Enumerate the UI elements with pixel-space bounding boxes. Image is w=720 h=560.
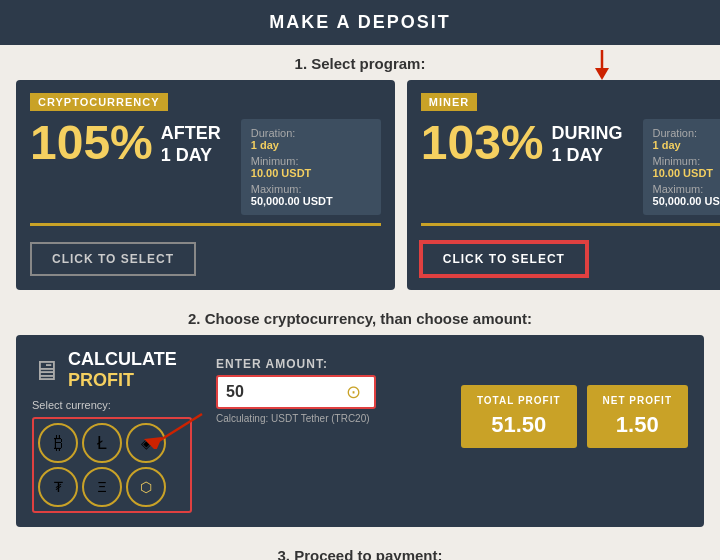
program-percent-crypto: 105% bbox=[30, 119, 153, 167]
step3-label: 3. Proceed to payment: bbox=[0, 537, 720, 560]
calculating-label: Calculating: USDT Tether (TRC20) bbox=[216, 413, 449, 424]
currency-btn-usdt[interactable]: ₮ bbox=[38, 467, 78, 507]
total-profit-value: 51.50 bbox=[477, 412, 561, 438]
program-card-crypto: CRYPTOCURRENCY 105% AFTER 1 DAY Duration… bbox=[16, 80, 395, 290]
divider-miner bbox=[421, 223, 720, 226]
svg-line-2 bbox=[154, 414, 202, 444]
calculator-panel: 🖥 CALCULATE PROFIT Select currency: ₿ Ł … bbox=[16, 335, 704, 527]
calc-right: TOTAL PROFIT 51.50 NET PROFIT 1.50 bbox=[461, 349, 688, 448]
amount-icon: ⊙ bbox=[346, 381, 361, 403]
step1-label: 1. Select program: bbox=[0, 45, 720, 80]
currency-btn-bitcoin[interactable]: ₿ bbox=[38, 423, 78, 463]
arrow-down-miner bbox=[592, 50, 612, 82]
svg-marker-1 bbox=[595, 68, 609, 80]
svg-marker-3 bbox=[144, 437, 162, 449]
program-label-miner: DURING 1 DAY bbox=[552, 119, 623, 166]
step2-area: 🖥 CALCULATE PROFIT Select currency: ₿ Ł … bbox=[0, 335, 720, 537]
calc-title-text: CALCULATE PROFIT bbox=[68, 349, 177, 391]
net-profit-value: 1.50 bbox=[603, 412, 672, 438]
max-value-miner: 50,000.00 USDT bbox=[653, 195, 720, 207]
page-title: MAKE A DEPOSIT bbox=[12, 12, 708, 33]
program-tag-crypto: CRYPTOCURRENCY bbox=[30, 93, 168, 111]
program-details-crypto: Duration: 1 day Minimum: 10.00 USDT Maxi… bbox=[241, 119, 381, 215]
program-main-miner: 103% DURING 1 DAY Duration: 1 day Minimu… bbox=[421, 119, 720, 215]
amount-input-wrap: ⊙ bbox=[216, 375, 376, 409]
program-tag-miner: MINER bbox=[421, 93, 477, 111]
program-details-miner: Duration: 1 day Minimum: 10.00 USDT Maxi… bbox=[643, 119, 720, 215]
page-header: MAKE A DEPOSIT bbox=[0, 0, 720, 45]
total-profit-label: TOTAL PROFIT bbox=[477, 395, 561, 406]
currency-btn-litecoin[interactable]: Ł bbox=[82, 423, 122, 463]
net-profit-label: NET PROFIT bbox=[603, 395, 672, 406]
program-card-miner: MINER 103% DURING 1 DAY Duration: 1 day … bbox=[407, 80, 720, 290]
calculator-icon: 🖥 bbox=[32, 354, 60, 387]
divider-crypto bbox=[30, 223, 381, 226]
program-percent-miner: 103% bbox=[421, 119, 544, 167]
select-crypto-button[interactable]: CLICK TO SELECT bbox=[30, 242, 196, 276]
step2-label: 2. Choose cryptocurrency, than choose am… bbox=[0, 300, 720, 335]
select-miner-button[interactable]: CLICK TO SELECT bbox=[421, 242, 587, 276]
program-main-crypto: 105% AFTER 1 DAY Duration: 1 day Minimum… bbox=[30, 119, 381, 215]
amount-input[interactable] bbox=[226, 383, 346, 401]
currency-btn-ethereum[interactable]: Ξ bbox=[82, 467, 122, 507]
max-value-crypto: 50,000.00 USDT bbox=[251, 195, 371, 207]
program-label-crypto: AFTER 1 DAY bbox=[161, 119, 221, 166]
calc-middle: ENTER AMOUNT: ⊙ Calculating: USDT Tether… bbox=[216, 349, 449, 424]
total-profit-box: TOTAL PROFIT 51.50 bbox=[461, 385, 577, 448]
calc-title: 🖥 CALCULATE PROFIT bbox=[32, 349, 192, 391]
programs-area: CRYPTOCURRENCY 105% AFTER 1 DAY Duration… bbox=[0, 80, 720, 300]
net-profit-box: NET PROFIT 1.50 bbox=[587, 385, 688, 448]
enter-amount-label: ENTER AMOUNT: bbox=[216, 357, 449, 371]
currency-btn-binance[interactable]: ⬡ bbox=[126, 467, 166, 507]
